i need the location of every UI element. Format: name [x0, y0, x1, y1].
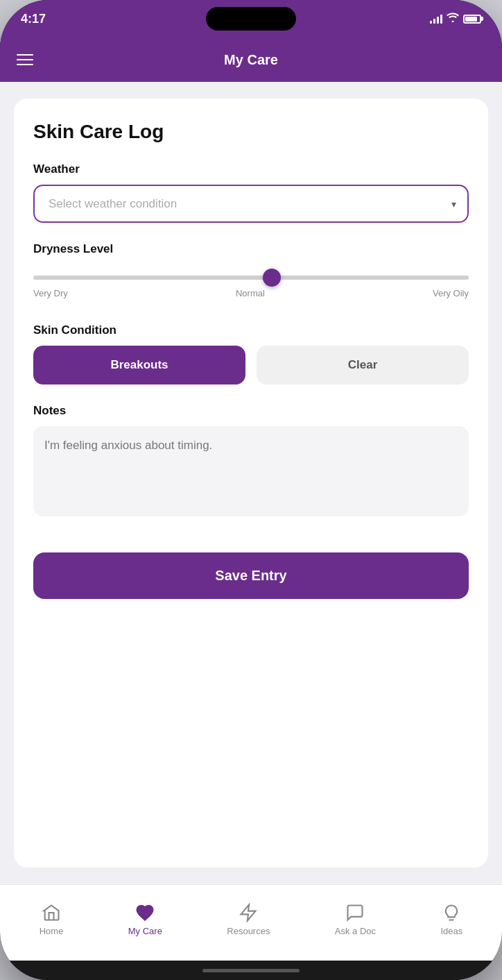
slider-label-left: Very Dry — [33, 288, 68, 298]
home-indicator — [0, 961, 502, 980]
breakouts-button[interactable]: Breakouts — [33, 346, 245, 385]
notes-textarea[interactable] — [33, 426, 469, 516]
nav-label-home: Home — [40, 926, 64, 936]
notes-label: Notes — [33, 404, 469, 418]
nav-item-home[interactable]: Home — [31, 897, 72, 942]
lightbulb-icon — [441, 902, 462, 923]
card-title: Skin Care Log — [33, 121, 469, 143]
notes-section: Notes — [33, 404, 469, 519]
form-card: Skin Care Log Weather Select weather con… — [14, 99, 488, 868]
phone-shell: 4:17 My Care — [0, 0, 502, 980]
nav-item-resources[interactable]: Resources — [218, 897, 278, 942]
status-icons — [430, 12, 481, 25]
weather-section: Weather Select weather condition Sunny C… — [33, 162, 469, 223]
status-time: 4:17 — [21, 12, 46, 26]
chat-icon — [345, 902, 365, 923]
nav-label-resources: Resources — [227, 926, 270, 936]
main-content: Skin Care Log Weather Select weather con… — [0, 82, 502, 884]
battery-icon — [463, 15, 481, 24]
bottom-nav: Home My Care Resources — [0, 884, 502, 961]
weather-label: Weather — [33, 162, 469, 176]
slider-container: Very Dry Normal Very Oily — [33, 264, 469, 304]
clear-button[interactable]: Clear — [257, 346, 469, 385]
nav-label-ideas: Ideas — [440, 926, 462, 936]
skin-condition-section: Skin Condition Breakouts Clear — [33, 323, 469, 385]
heart-icon — [135, 902, 155, 923]
header-title: My Care — [224, 52, 278, 68]
nav-item-ideas[interactable]: Ideas — [432, 897, 471, 942]
condition-buttons: Breakouts Clear — [33, 346, 469, 385]
nav-item-mycare[interactable]: My Care — [120, 897, 171, 942]
weather-select-wrapper: Select weather condition Sunny Cloudy Ra… — [33, 185, 469, 223]
dryness-label: Dryness Level — [33, 242, 469, 256]
dryness-section: Dryness Level Very Dry Normal Very Oily — [33, 242, 469, 304]
slider-label-right: Very Oily — [433, 288, 469, 298]
dynamic-island — [206, 7, 296, 31]
nav-item-askadoc[interactable]: Ask a Doc — [327, 897, 384, 942]
nav-label-mycare: My Care — [128, 926, 162, 936]
home-icon — [41, 902, 62, 923]
slider-labels: Very Dry Normal Very Oily — [33, 288, 469, 298]
signal-bars-icon — [430, 14, 442, 24]
status-bar: 4:17 — [0, 0, 502, 37]
wifi-icon — [447, 12, 459, 25]
app-header: My Care — [0, 37, 502, 82]
slider-label-center: Normal — [236, 288, 265, 298]
bolt-icon — [238, 902, 259, 923]
save-entry-button[interactable]: Save Entry — [33, 552, 469, 599]
weather-select[interactable]: Select weather condition Sunny Cloudy Ra… — [33, 185, 469, 223]
hamburger-menu-icon[interactable] — [17, 54, 33, 65]
nav-label-askadoc: Ask a Doc — [335, 926, 376, 936]
skin-condition-label: Skin Condition — [33, 323, 469, 337]
dryness-slider[interactable] — [33, 276, 469, 280]
